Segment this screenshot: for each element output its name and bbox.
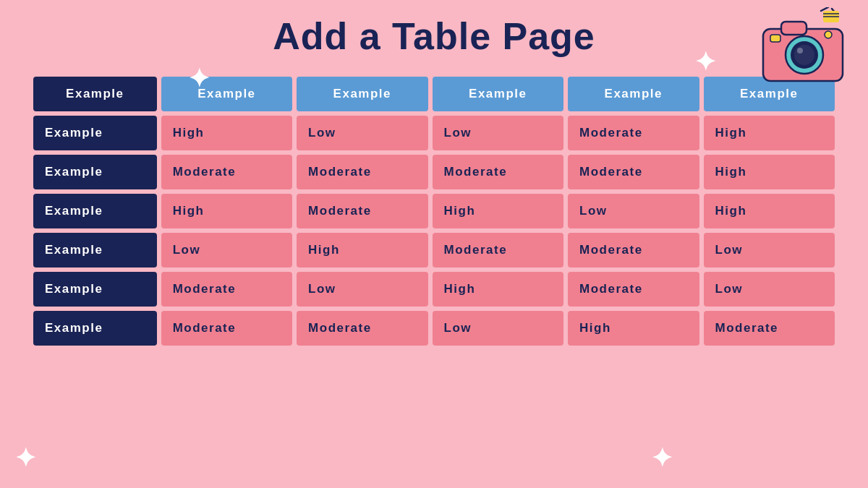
- table-cell-r5-c3: Low: [433, 311, 563, 346]
- svg-rect-7: [781, 22, 807, 35]
- table-cell-r5-c0: Example: [33, 311, 157, 346]
- header-cell-3: Example: [433, 77, 563, 111]
- table-cell-r0-c0: Example: [33, 116, 157, 150]
- svg-point-10: [794, 45, 814, 65]
- svg-rect-12: [770, 35, 780, 42]
- header-cell-1: Example: [161, 77, 292, 111]
- table-cell-r1-c3: Moderate: [433, 155, 563, 189]
- svg-point-11: [797, 48, 803, 53]
- svg-line-0: [821, 7, 828, 11]
- main-table: Example Example Example Example Example …: [29, 72, 839, 350]
- table-cell-r3-c2: High: [297, 233, 427, 267]
- svg-point-13: [825, 31, 832, 38]
- table-cell-r2-c0: Example: [33, 194, 157, 228]
- table-row: ExampleHighModerateHighLowHigh: [33, 194, 835, 228]
- table-cell-r1-c2: Moderate: [297, 155, 427, 189]
- sparkle-bottom-left: ✦: [14, 443, 36, 474]
- table-cell-r4-c3: High: [433, 272, 563, 307]
- table-row: ExampleLowHighModerateModerateLow: [33, 233, 835, 267]
- table-cell-r1-c0: Example: [33, 155, 157, 189]
- table-row: ExampleModerateModerateLowHighModerate: [33, 311, 835, 346]
- table-cell-r3-c4: Moderate: [568, 233, 699, 267]
- table-cell-r4-c1: Moderate: [161, 272, 292, 307]
- table-row: ExampleModerateLowHighModerateLow: [33, 272, 835, 307]
- table-cell-r0-c2: Low: [297, 116, 427, 150]
- table-cell-r5-c2: Moderate: [297, 311, 427, 346]
- sparkle-top-right: ✦: [694, 47, 716, 77]
- table-cell-r2-c3: High: [433, 194, 563, 228]
- page-title: Add a Table Page: [29, 14, 839, 58]
- table-cell-r2-c4: Low: [568, 194, 699, 228]
- table-cell-r0-c4: Moderate: [568, 116, 699, 150]
- table-cell-r4-c5: Low: [704, 272, 835, 307]
- table-cell-r2-c5: High: [704, 194, 835, 228]
- table-cell-r0-c3: Low: [433, 116, 563, 150]
- table-cell-r1-c1: Moderate: [161, 155, 292, 189]
- table-cell-r0-c1: High: [161, 116, 292, 150]
- table-cell-r3-c0: Example: [33, 233, 157, 267]
- table-row: ExampleModerateModerateModerateModerateH…: [33, 155, 835, 189]
- table-cell-r3-c1: Low: [161, 233, 292, 267]
- table-cell-r1-c4: Moderate: [568, 155, 699, 189]
- table-cell-r5-c1: Moderate: [161, 311, 292, 346]
- table-cell-r4-c2: Low: [297, 272, 427, 307]
- table-cell-r4-c0: Example: [33, 272, 157, 307]
- header-cell-2: Example: [297, 77, 427, 111]
- table-cell-r3-c3: Moderate: [433, 233, 563, 267]
- table-cell-r1-c5: High: [704, 155, 835, 189]
- sparkle-bottom-right: ✦: [651, 443, 673, 474]
- table-cell-r0-c5: High: [704, 116, 835, 150]
- header-cell-4: Example: [568, 77, 699, 111]
- table-cell-r5-c4: High: [568, 311, 699, 346]
- table-cell-r3-c5: Low: [704, 233, 835, 267]
- page-container: ✦ ✦ ✦ ✦: [0, 0, 868, 488]
- table-row: ExampleHighLowLowModerateHigh: [33, 116, 835, 150]
- table-wrapper: Example Example Example Example Example …: [29, 72, 839, 350]
- table-cell-r2-c2: Moderate: [297, 194, 427, 228]
- table-cell-r2-c1: High: [161, 194, 292, 228]
- camera-illustration: [760, 7, 854, 87]
- header-row: Example Example Example Example Example …: [33, 77, 835, 111]
- sparkle-top-left: ✦: [188, 64, 210, 94]
- table-cell-r4-c4: Moderate: [568, 272, 699, 307]
- header-cell-0: Example: [33, 77, 157, 111]
- table-cell-r5-c5: Moderate: [704, 311, 835, 346]
